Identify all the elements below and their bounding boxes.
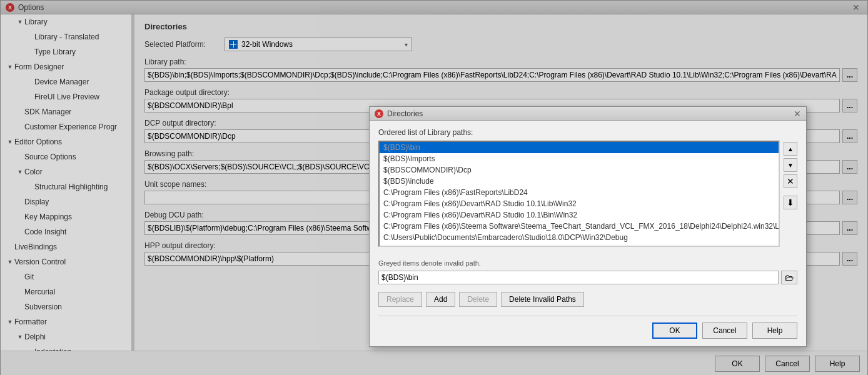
move-up-button[interactable]: ▲ xyxy=(784,142,797,156)
dialog-close-button[interactable]: ✕ xyxy=(794,109,801,119)
dialog-help-button[interactable]: Help xyxy=(752,322,797,339)
dialog-ok-button[interactable]: OK xyxy=(652,322,697,339)
directories-dialog: X Directories ✕ Ordered list of Library … xyxy=(369,106,807,347)
path-item-6[interactable]: C:\Program Files (x86)\Devart\RAD Studio… xyxy=(380,209,779,221)
path-item-5[interactable]: C:\Program Files (x86)\Devart\RAD Studio… xyxy=(380,198,779,209)
list-down-arrow-button[interactable]: ⬇ xyxy=(784,196,797,209)
ordered-list-label: Ordered list of Library paths: xyxy=(378,128,797,137)
path-item-1[interactable]: $(BDS)\Imports xyxy=(380,153,779,164)
list-delete-button[interactable]: ✕ xyxy=(784,174,797,188)
replace-button[interactable]: Replace xyxy=(378,292,422,307)
dialog-bottom: OK Cancel Help xyxy=(378,316,797,339)
path-item-3[interactable]: $(BDS)\include xyxy=(380,176,779,187)
path-item-7[interactable]: C:\Program Files (x86)\Steema Software\S… xyxy=(380,221,779,232)
dialog-icon: X xyxy=(375,109,383,118)
path-item-8[interactable]: C:\Users\Public\Documents\Embarcadero\St… xyxy=(380,232,779,243)
dialog-title-bar: X Directories ✕ xyxy=(370,107,806,121)
dialog-title: Directories xyxy=(387,109,423,118)
greyed-items-note: Greyed items denote invalid path. xyxy=(378,259,797,267)
dialog-overlay: X Directories ✕ Ordered list of Library … xyxy=(0,0,868,375)
dialog-action-row: Replace Add Delete Delete Invalid Paths xyxy=(378,292,797,307)
dialog-cancel-button[interactable]: Cancel xyxy=(702,322,747,339)
paths-list: $(BDS)\bin $(BDS)\Imports $(BDSCOMMONDIR… xyxy=(378,141,780,247)
dialog-title-left: X Directories xyxy=(375,109,423,118)
path-item-4[interactable]: C:\Program Files (x86)\FastReports\LibD2… xyxy=(380,187,779,198)
add-button[interactable]: Add xyxy=(426,292,455,307)
dialog-body: Ordered list of Library paths: $(BDS)\bi… xyxy=(370,121,806,346)
folder-browse-button[interactable]: 🗁 xyxy=(781,271,797,284)
path-item-0[interactable]: $(BDS)\bin xyxy=(380,142,779,153)
dialog-input-row: 🗁 xyxy=(378,271,797,284)
move-down-button[interactable]: ▼ xyxy=(784,158,797,172)
delete-button[interactable]: Delete xyxy=(459,292,497,307)
delete-invalid-button[interactable]: Delete Invalid Paths xyxy=(501,292,584,307)
path-item-9[interactable]: C:\Program Files (x86)\Embarcadero\Studi… xyxy=(380,243,779,247)
list-side-buttons: ▲ ▼ ✕ ⬇ xyxy=(784,141,797,253)
path-item-2[interactable]: $(BDSCOMMONDIR)\Dcp xyxy=(380,164,779,176)
path-edit-input[interactable] xyxy=(378,271,779,284)
